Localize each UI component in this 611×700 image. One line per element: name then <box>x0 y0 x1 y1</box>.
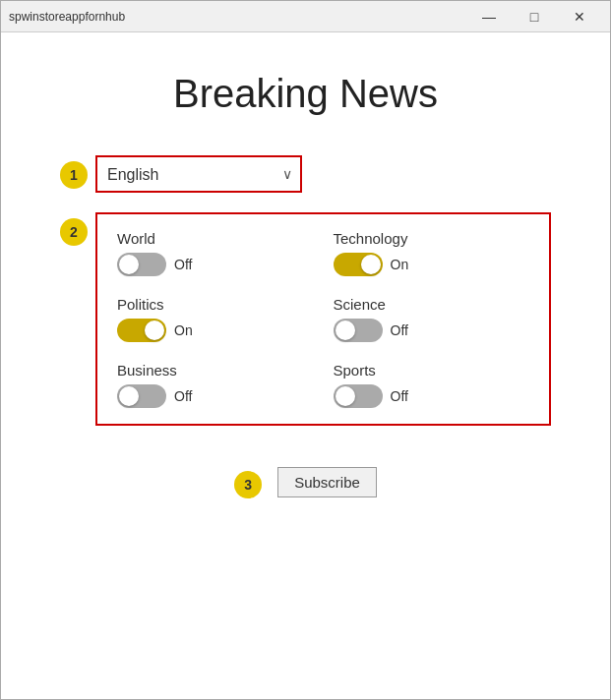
step1-badge: 1 <box>60 161 88 189</box>
titlebar: spwinstoreappfornhub — □ ✕ <box>1 1 610 32</box>
category-world: World Off <box>117 230 314 276</box>
page-title: Breaking News <box>173 72 438 116</box>
toggle-politics-track <box>117 319 166 342</box>
category-business-label: Business <box>117 362 314 379</box>
toggle-science-status: Off <box>391 322 408 338</box>
toggle-business-track <box>117 384 166 408</box>
toggle-business-status: Off <box>174 388 192 404</box>
app-window: spwinstoreappfornhub — □ ✕ Breaking News… <box>0 0 611 700</box>
categories-box: World Off Technology <box>95 212 551 426</box>
toggle-sports[interactable] <box>334 384 383 408</box>
toggle-technology-status: On <box>391 257 409 272</box>
toggle-sports-thumb <box>336 386 355 406</box>
window-controls: — □ ✕ <box>466 1 602 32</box>
toggle-politics-thumb <box>145 321 164 340</box>
minimize-button[interactable]: — <box>466 1 512 32</box>
subscribe-section: 3 Subscribe <box>234 465 377 498</box>
toggle-sports-status: Off <box>391 388 408 404</box>
toggle-sports-track <box>334 384 383 408</box>
category-sports: Sports Off <box>334 362 530 408</box>
toggle-row-business: Off <box>117 384 314 408</box>
toggle-politics-status: On <box>174 322 193 338</box>
category-science-label: Science <box>334 296 530 313</box>
category-business: Business Off <box>117 362 314 408</box>
language-section: 1 English Spanish French German ∨ <box>60 155 551 193</box>
toggle-business[interactable] <box>117 384 166 408</box>
toggle-business-thumb <box>119 386 139 406</box>
toggle-row-sports: Off <box>334 384 530 408</box>
category-science: Science Off <box>334 296 530 342</box>
subscribe-button[interactable]: Subscribe <box>277 467 377 497</box>
toggle-science[interactable] <box>334 319 383 342</box>
toggle-row-world: Off <box>117 253 314 276</box>
close-button[interactable]: ✕ <box>557 1 602 32</box>
language-select-container[interactable]: English Spanish French German ∨ <box>95 155 302 193</box>
window-title: spwinstoreappfornhub <box>9 10 125 24</box>
category-world-label: World <box>117 230 314 247</box>
toggle-world-status: Off <box>174 257 192 272</box>
toggle-science-thumb <box>336 321 355 340</box>
toggle-technology-thumb <box>361 255 381 274</box>
maximize-button[interactable]: □ <box>512 1 557 32</box>
category-technology-label: Technology <box>334 230 530 247</box>
toggle-row-technology: On <box>334 253 530 276</box>
toggle-world[interactable] <box>117 253 166 276</box>
toggle-world-track <box>117 253 166 276</box>
category-politics: Politics On <box>117 296 314 342</box>
step2-badge: 2 <box>60 218 88 246</box>
language-select[interactable]: English Spanish French German <box>97 157 300 191</box>
language-wrapper: English Spanish French German ∨ <box>95 155 551 193</box>
toggle-row-politics: On <box>117 319 314 342</box>
toggle-technology-track <box>334 253 383 276</box>
toggle-politics[interactable] <box>117 319 166 342</box>
step3-badge: 3 <box>234 471 262 498</box>
main-content: Breaking News 1 English Spanish French G… <box>1 32 610 699</box>
category-technology: Technology On <box>334 230 530 276</box>
category-politics-label: Politics <box>117 296 314 313</box>
toggle-world-thumb <box>119 255 139 274</box>
category-sports-label: Sports <box>334 362 530 379</box>
toggle-row-science: Off <box>334 319 530 342</box>
categories-section: 2 World Off Technol <box>60 212 551 426</box>
toggle-technology[interactable] <box>334 253 383 276</box>
toggle-science-track <box>334 319 383 342</box>
